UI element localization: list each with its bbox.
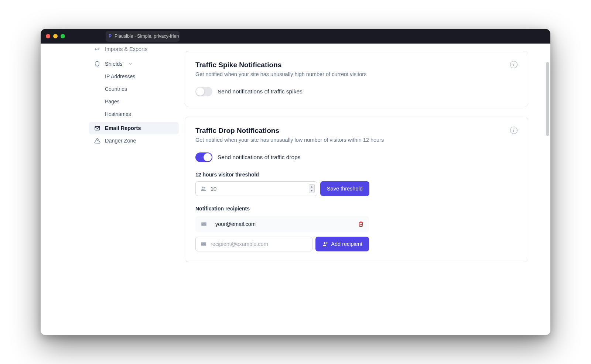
chevron-down-icon <box>128 61 133 66</box>
people-icon <box>200 185 207 192</box>
stepper-up-icon[interactable]: ▲ <box>309 185 314 189</box>
sidebar-item-label: Shields <box>105 61 123 67</box>
save-threshold-button[interactable]: Save threshold <box>320 181 369 196</box>
info-icon[interactable]: i <box>510 127 517 134</box>
main-panel: Traffic Spike Notifications Get notified… <box>181 44 550 335</box>
sidebar-item-email-reports[interactable]: Email Reports <box>89 122 179 134</box>
fullscreen-window-button[interactable] <box>61 34 65 38</box>
scrollbar-thumb[interactable] <box>546 62 549 136</box>
person-plus-icon <box>322 241 328 247</box>
traffic-drop-card: Traffic Drop Notifications Get notified … <box>185 117 528 262</box>
threshold-input-wrap: ▲ ▼ <box>195 181 317 196</box>
stepper-down-icon[interactable]: ▼ <box>309 189 314 193</box>
spike-toggle[interactable] <box>195 87 212 96</box>
card-description: Get notified when your site has unusuall… <box>195 137 384 143</box>
threshold-label: 12 hours visitor threshold <box>195 172 517 178</box>
card-title: Traffic Drop Notifications <box>195 127 384 135</box>
sidebar-subitem-countries[interactable]: Countries <box>89 83 179 95</box>
info-icon[interactable]: i <box>510 61 517 68</box>
delete-recipient-button[interactable] <box>358 221 364 227</box>
sidebar-subitem-pages[interactable]: Pages <box>89 95 179 108</box>
card-description: Get notified when your site has unusuall… <box>195 71 366 77</box>
tab-title: Plausible · Simple, privacy-frien <box>115 34 179 39</box>
titlebar: P Plausible · Simple, privacy-frien <box>41 29 550 44</box>
sidebar-item-shields[interactable]: Shields <box>89 58 179 70</box>
sidebar-item-label: Email Reports <box>105 125 141 131</box>
arrows-icon <box>94 46 100 52</box>
drop-toggle-label: Send notifications of traffic drops <box>218 154 301 161</box>
add-recipient-button[interactable]: Add recipient <box>315 237 369 251</box>
close-window-button[interactable] <box>46 34 50 38</box>
sidebar-item-label: Danger Zone <box>105 138 136 144</box>
add-recipient-input[interactable] <box>211 241 310 247</box>
mail-icon <box>200 241 207 247</box>
mail-icon <box>201 221 207 227</box>
recipients-label: Notification recipients <box>195 206 517 212</box>
recipient-row: your@email.com <box>195 216 369 232</box>
traffic-spike-card: Traffic Spike Notifications Get notified… <box>185 51 528 107</box>
svg-point-5 <box>324 242 326 244</box>
sidebar-subitem-ip[interactable]: IP Addresses <box>89 70 179 83</box>
button-label: Add recipient <box>331 241 362 247</box>
sidebar-item-danger-zone[interactable]: Danger Zone <box>89 134 179 147</box>
spike-toggle-label: Send notifications of traffic spikes <box>218 88 303 95</box>
svg-point-4 <box>204 187 205 189</box>
warning-icon <box>94 137 100 144</box>
button-label: Save threshold <box>327 186 363 192</box>
threshold-stepper[interactable]: ▲ ▼ <box>309 184 315 193</box>
sidebar-item-imports-exports[interactable]: Imports & Exports <box>89 43 179 55</box>
favicon-icon: P <box>109 34 112 39</box>
browser-tab[interactable]: P Plausible · Simple, privacy-frien <box>106 31 180 42</box>
sidebar-item-label: Imports & Exports <box>105 46 147 52</box>
drop-toggle[interactable] <box>195 152 212 162</box>
mail-icon <box>94 125 100 131</box>
minimize-window-button[interactable] <box>53 34 58 38</box>
sidebar-subitem-hostnames[interactable]: Hostnames <box>89 108 179 120</box>
sidebar: Imports & Exports Shields IP Addresses C… <box>41 44 181 335</box>
app-window: P Plausible · Simple, privacy-frien Impo… <box>41 29 550 335</box>
card-title: Traffic Spike Notifications <box>195 61 366 69</box>
recipient-email: your@email.com <box>215 221 353 227</box>
window-controls <box>46 34 65 38</box>
threshold-input[interactable] <box>211 186 307 192</box>
content-area: Imports & Exports Shields IP Addresses C… <box>41 44 550 335</box>
svg-point-3 <box>202 187 204 189</box>
add-recipient-input-wrap <box>195 237 312 251</box>
shield-icon <box>94 61 100 67</box>
